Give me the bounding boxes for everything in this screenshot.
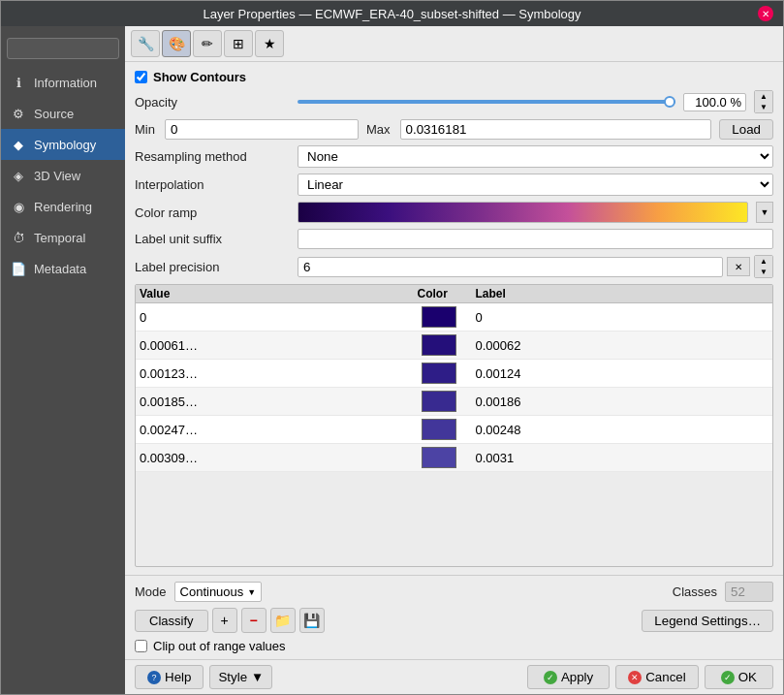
cell-value: 0.00123… (140, 366, 418, 381)
ok-check-icon: ✓ (721, 671, 735, 684)
table-body: 0 0 0.00061… 0.00062 (136, 303, 772, 566)
toolbar-palette-button[interactable]: 🎨 (162, 30, 191, 57)
show-contours-label: Show Contours (153, 70, 246, 84)
color-ramp-label: Color ramp (135, 205, 290, 220)
cell-color[interactable] (422, 419, 456, 440)
sidebar-item-label: Rendering (34, 200, 92, 214)
interpolation-combo[interactable]: Linear Discrete Exact (298, 174, 773, 196)
cancel-x-icon: ✕ (628, 671, 642, 684)
cell-label: 0.00248 (476, 423, 754, 437)
label-precision-input[interactable] (298, 257, 723, 277)
sidebar-item-source[interactable]: ⚙ Source (1, 98, 125, 129)
toolbar-grid-button[interactable]: ⊞ (224, 30, 253, 57)
table-header: Value Color Label (136, 285, 772, 303)
sidebar-item-rendering[interactable]: ◉ Rendering (1, 191, 125, 222)
table-row: 0.00185… 0.00186 (136, 388, 772, 416)
cancel-label: Cancel (645, 670, 686, 684)
precision-spin: ▲ ▼ (754, 255, 773, 278)
apply-button[interactable]: ✓ Apply (527, 665, 610, 689)
opacity-slider[interactable] (298, 100, 675, 104)
show-contours-checkbox[interactable] (135, 71, 147, 83)
toolbar-pencil-button[interactable]: ✏ (193, 30, 222, 57)
classes-label: Classes (673, 584, 717, 599)
sidebar-item-temporal[interactable]: ⏱ Temporal (1, 222, 125, 253)
window-title: Layer Properties — ECMWF_ERA-40_subset-s… (26, 7, 758, 21)
information-icon: ℹ (9, 73, 28, 92)
color-ramp-preview[interactable] (298, 202, 748, 223)
min-max-row: Min Max Load (135, 119, 773, 140)
label-precision-row: Label precision ✕ ▲ ▼ (135, 255, 773, 278)
opacity-label: Opacity (135, 95, 290, 110)
max-input[interactable] (400, 119, 712, 140)
col-label-header: Label (476, 287, 754, 300)
content-panel: 🔧 🎨 ✏ ⊞ ★ Show Contours Opacity 100.0 % (125, 26, 783, 694)
resampling-combo[interactable]: None Bilinear Cubic (298, 145, 773, 168)
style-button[interactable]: Style ▼ (209, 665, 272, 689)
color-ramp-row: Color ramp ▼ (135, 202, 773, 223)
titlebar: Layer Properties — ECMWF_ERA-40_subset-s… (1, 1, 783, 26)
load-file-button[interactable]: 📁 (270, 608, 296, 633)
remove-class-button[interactable]: − (241, 608, 267, 633)
min-input[interactable] (165, 119, 359, 140)
toolbar-wrench-button[interactable]: 🔧 (131, 30, 160, 57)
help-button[interactable]: ? Help (135, 665, 204, 689)
interpolation-row: Interpolation Linear Discrete Exact (135, 174, 773, 196)
cell-label: 0.00186 (476, 395, 754, 409)
col-color-header: Color (418, 287, 476, 300)
precision-up-button[interactable]: ▲ (755, 256, 772, 267)
precision-down-button[interactable]: ▼ (755, 267, 772, 277)
col-value-header: Value (140, 287, 418, 300)
label-precision-label: Label precision (135, 260, 290, 274)
opacity-row: Opacity 100.0 % ▲ ▼ (135, 90, 773, 113)
cell-color[interactable] (422, 306, 456, 328)
search-input[interactable] (7, 38, 119, 59)
sidebar-item-symbology[interactable]: ◆ Symbology (1, 129, 125, 160)
precision-clear-button[interactable]: ✕ (727, 257, 750, 276)
table-row: 0.00123… 0.00124 (136, 360, 772, 388)
cell-value: 0.00309… (140, 451, 418, 465)
mode-combo[interactable]: Continuous ▼ (174, 582, 263, 602)
table-row: 0 0 (136, 303, 772, 332)
cell-color[interactable] (422, 391, 456, 412)
save-file-button[interactable]: 💾 (299, 608, 325, 633)
cell-color[interactable] (422, 363, 456, 384)
style-label: Style (218, 670, 247, 684)
cancel-button[interactable]: ✕ Cancel (615, 665, 699, 689)
sidebar-item-3dview[interactable]: ◈ 3D View (1, 160, 125, 191)
help-label: Help (165, 670, 191, 684)
sidebar-item-metadata[interactable]: 📄 Metadata (1, 253, 125, 284)
sidebar-item-label: Source (34, 107, 74, 121)
opacity-up-button[interactable]: ▲ (755, 91, 772, 102)
clip-out-of-range-checkbox[interactable] (135, 640, 147, 652)
classes-input[interactable] (725, 582, 773, 602)
close-button[interactable]: ✕ (758, 6, 773, 21)
main-window: Layer Properties — ECMWF_ERA-40_subset-s… (0, 0, 784, 695)
save-icon: 💾 (303, 613, 320, 628)
ok-label: OK (738, 670, 757, 684)
legend-settings-button[interactable]: Legend Settings… (642, 610, 773, 632)
metadata-icon: 📄 (9, 259, 28, 278)
cell-label: 0 (476, 310, 754, 325)
minus-icon: − (249, 613, 257, 628)
color-ramp-dropdown[interactable]: ▼ (756, 202, 773, 223)
temporal-icon: ⏱ (9, 228, 28, 247)
min-label: Min (135, 122, 155, 137)
ok-button[interactable]: ✓ OK (705, 665, 773, 689)
mode-label: Mode (135, 584, 167, 599)
label-suffix-input[interactable] (298, 229, 773, 249)
sidebar-item-information[interactable]: ℹ Information (1, 67, 125, 98)
cell-color[interactable] (422, 447, 456, 468)
add-class-button[interactable]: + (212, 608, 237, 633)
cell-value: 0.00061… (140, 338, 418, 353)
mode-value: Continuous (180, 584, 244, 599)
cell-label: 0.0031 (476, 451, 754, 465)
cell-color[interactable] (422, 334, 456, 356)
opacity-down-button[interactable]: ▼ (755, 102, 772, 112)
properties-panel: Show Contours Opacity 100.0 % ▲ ▼ Min (125, 62, 783, 575)
mode-row: Mode Continuous ▼ Classes (135, 582, 773, 602)
toolbar-star-button[interactable]: ★ (255, 30, 284, 57)
symbology-icon: ◆ (9, 135, 28, 154)
folder-icon: 📁 (274, 613, 291, 628)
load-button[interactable]: Load (719, 119, 773, 140)
classify-button[interactable]: Classify (135, 610, 208, 632)
